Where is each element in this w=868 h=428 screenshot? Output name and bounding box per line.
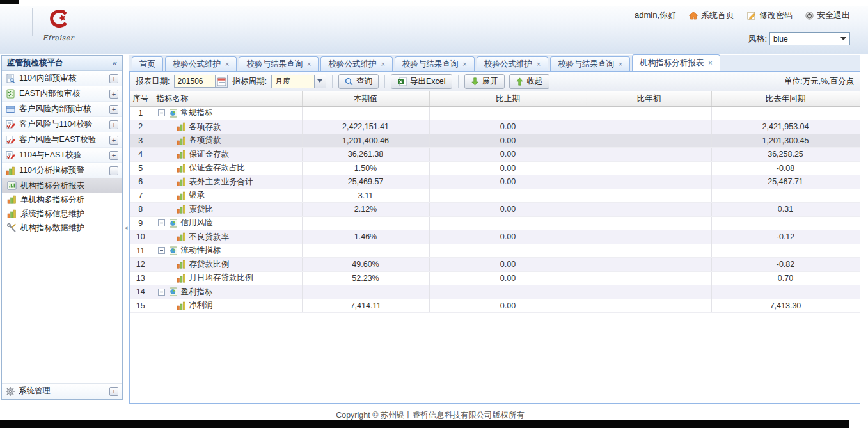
table-row[interactable]: 14盈利指标 xyxy=(130,285,860,299)
table-row[interactable]: 7银承3.11 xyxy=(130,189,860,203)
panel-toggle-button[interactable]: + xyxy=(109,120,118,129)
bar-chart-icon xyxy=(6,166,15,175)
period-select-arrow-icon[interactable] xyxy=(314,75,326,88)
table-row[interactable]: 3各项贷款1,201,400.460.001,201,300.45 xyxy=(130,134,860,148)
row-value xyxy=(587,134,711,148)
tab-close-icon[interactable]: × xyxy=(307,61,311,68)
row-seq: 7 xyxy=(130,189,152,203)
table-row[interactable]: 9信用风险 xyxy=(130,216,860,230)
sidebar-item-单机构多指标分析[interactable]: 单机构多指标分析 xyxy=(2,193,122,207)
export-excel-button[interactable]: 导出Excel xyxy=(391,74,452,89)
table-row[interactable]: 12存贷款比例49.60%0.00-0.82 xyxy=(130,258,860,272)
table-row[interactable]: 1常规指标 xyxy=(130,106,860,120)
report-date-input[interactable] xyxy=(174,75,215,88)
column-header-比去年同期[interactable]: 比去年同期 xyxy=(711,91,860,106)
row-name-cell: 银承 xyxy=(152,189,302,203)
tab-校验与结果查询[interactable]: 校验与结果查询× xyxy=(550,56,630,71)
tab-close-icon[interactable]: × xyxy=(381,61,384,68)
sidebar-panel-客户风险内部预审核[interactable]: 客户风险内部预审核+ xyxy=(2,102,122,117)
table-row[interactable]: 8票贷比2.12%0.000.31 xyxy=(130,203,860,217)
panel-toggle-button[interactable]: + xyxy=(109,387,118,396)
tab-校验与结果查询[interactable]: 校验与结果查询× xyxy=(239,56,319,71)
period-select[interactable]: 月度 xyxy=(271,75,326,88)
group-doc-icon xyxy=(168,219,178,228)
row-value xyxy=(302,106,429,120)
column-header-比年初[interactable]: 比年初 xyxy=(587,91,711,106)
panel-toggle-button[interactable]: + xyxy=(109,90,118,99)
column-header-比上期[interactable]: 比上期 xyxy=(429,91,587,106)
table-row[interactable]: 10不良贷款率1.46%0.00-0.12 xyxy=(130,230,860,244)
row-value: 7,413.30 xyxy=(711,299,860,313)
panel-toggle-button[interactable]: − xyxy=(109,166,118,175)
sidebar-panel-label: 客户风险内部预审核 xyxy=(19,104,106,115)
panel-toggle-button[interactable]: + xyxy=(109,105,118,114)
tab-close-icon[interactable]: × xyxy=(619,61,622,68)
header-link-label: 修改密码 xyxy=(759,10,793,21)
collapse-button[interactable]: 收起 xyxy=(509,74,549,89)
splitter-collapse-arrow[interactable]: ◄ xyxy=(123,223,128,234)
panel-toggle-button[interactable]: + xyxy=(109,151,118,160)
edit-pencil-link[interactable]: 修改密码 xyxy=(747,10,793,21)
table-row[interactable]: 13月日均存贷款比例52.23%0.000.70 xyxy=(130,271,860,285)
tab-close-icon[interactable]: × xyxy=(462,61,466,68)
tab-校验公式维护[interactable]: 校验公式维护× xyxy=(320,56,392,71)
sidebar-panel-客户风险与EAST校验[interactable]: 客户风险与EAST校验+ xyxy=(2,132,122,148)
row-value xyxy=(587,120,711,134)
table-row[interactable]: 5保证金存款占比1.50%0.00-0.08 xyxy=(130,161,860,175)
query-button[interactable]: 查询 xyxy=(338,74,379,89)
tab-校验公式维护[interactable]: 校验公式维护× xyxy=(165,56,237,71)
table-row[interactable]: 6表外主要业务合计25,469.570.0025,467.71 xyxy=(130,175,860,189)
table-row[interactable]: 15净利润7,414.110.007,413.30 xyxy=(130,299,860,313)
row-name: 净利润 xyxy=(152,300,302,311)
style-select[interactable]: blue xyxy=(769,32,850,45)
row-value xyxy=(429,244,587,258)
row-name-cell: 月日均存贷款比例 xyxy=(152,271,302,285)
sidebar-panel-1104与EAST校验[interactable]: 1104与EAST校验+ xyxy=(2,148,122,163)
indicator-name: 不良贷款率 xyxy=(189,232,230,242)
bar-chart-icon xyxy=(177,301,186,310)
row-value xyxy=(711,106,860,120)
logo-text: Efraiser xyxy=(43,34,74,42)
table-row[interactable]: 4保证金存款36,261.380.0036,258.25 xyxy=(130,148,860,162)
column-header-本期值[interactable]: 本期值 xyxy=(302,91,429,106)
sidebar-panel-1104内部预审核[interactable]: 1104内部预审核+ xyxy=(2,71,122,86)
row-value: 1,201,400.46 xyxy=(302,134,429,148)
home-link[interactable]: 系统首页 xyxy=(689,10,734,21)
sidebar-collapse-button[interactable]: « xyxy=(113,56,117,70)
sidebar-item-机构指标分析报表[interactable]: 机构指标分析报表 xyxy=(2,178,122,193)
column-header-指标名称[interactable]: 指标名称 xyxy=(152,91,302,106)
collapse-toggle-icon[interactable] xyxy=(158,219,165,226)
tab-close-icon[interactable]: × xyxy=(225,61,229,68)
indicator-name: 各项存款 xyxy=(189,122,221,132)
column-header-序号[interactable]: 序号 xyxy=(130,91,152,106)
power-link[interactable]: 安全退出 xyxy=(805,10,850,21)
tab-校验公式维护[interactable]: 校验公式维护× xyxy=(477,56,548,71)
panel-toggle-button[interactable]: + xyxy=(109,136,118,145)
collapse-toggle-icon[interactable] xyxy=(158,247,165,254)
sidebar-panel-1104分析指标预警[interactable]: 1104分析指标预警− xyxy=(2,163,122,178)
panel-toggle-button[interactable]: + xyxy=(109,74,118,83)
bar-chart-icon xyxy=(7,195,17,204)
sidebar-panel-EAST内部预审核[interactable]: EAST内部预审核+ xyxy=(2,86,122,102)
sidebar-panel-系统管理[interactable]: 系统管理+ xyxy=(2,384,122,399)
collapse-toggle-icon[interactable] xyxy=(158,289,165,296)
calendar-icon[interactable] xyxy=(215,75,228,88)
row-value xyxy=(587,175,711,189)
tab-close-icon[interactable]: × xyxy=(537,61,541,68)
collapse-toggle-icon[interactable] xyxy=(158,109,165,116)
tab-机构指标分析报表[interactable]: 机构指标分析报表× xyxy=(632,54,720,71)
tab-label: 校验公式维护 xyxy=(484,59,532,70)
sidebar-item-机构指标数据维护[interactable]: 机构指标数据维护 xyxy=(2,221,122,235)
tab-close-icon[interactable]: × xyxy=(708,59,712,67)
sidebar-title: 监管预检核平台 xyxy=(7,56,63,70)
datagrid: 序号指标名称本期值比上期比年初比去年同期 1常规指标2各项存款2,422,151… xyxy=(130,91,860,403)
expand-button[interactable]: 展开 xyxy=(464,74,505,89)
bar-chart-icon xyxy=(177,150,186,159)
tab-首页[interactable]: 首页 xyxy=(132,56,163,71)
table-row[interactable]: 2各项存款2,422,151.410.002,421,953.04 xyxy=(130,120,860,134)
sidebar-panel-客户风险与1104校验[interactable]: 客户风险与1104校验+ xyxy=(2,117,122,132)
table-row[interactable]: 11流动性指标 xyxy=(130,244,860,258)
tab-校验与结果查询[interactable]: 校验与结果查询× xyxy=(395,56,475,71)
sidebar-item-系统指标信息维护[interactable]: 系统指标信息维护 xyxy=(2,207,122,221)
bar-chart-icon xyxy=(177,191,186,200)
